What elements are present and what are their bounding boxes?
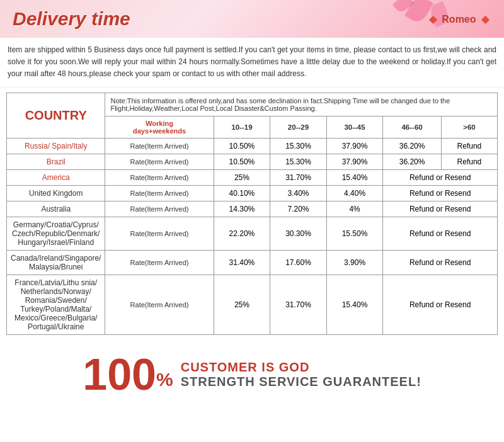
data-cell-10-19: 25% xyxy=(214,169,270,185)
data-cell-4: Refund xyxy=(441,138,497,154)
footer: 100% CUSTOMER IS GOD STRENGTH SERVICE GU… xyxy=(0,340,504,409)
data-cell-0: 10.50% xyxy=(214,138,270,154)
data-cell-refund: Refund or Resend xyxy=(383,169,498,185)
data-cell-10-19: 25% xyxy=(214,275,270,334)
brand-romeo: ◆ Romeo ◆ xyxy=(427,13,491,25)
country-cell: Brazil xyxy=(7,154,105,169)
footer-line2: STRENGTH SERVICE GUARANTEEL! xyxy=(181,375,421,389)
col-header-46-60: 46--60 xyxy=(383,116,442,138)
col-header-working-days: Workingdays+weekends xyxy=(105,116,214,138)
data-cell-20-29: 17.60% xyxy=(270,250,327,275)
country-header: COUNTRY xyxy=(7,93,105,138)
data-cell-30-45: 3.90% xyxy=(326,250,383,275)
table-row: AustraliaRate(Iterm Arrived)14.30%7.20%4… xyxy=(7,201,498,217)
data-cell-20-29: 3.40% xyxy=(270,185,327,201)
country-cell: United Kingdom xyxy=(7,185,105,201)
note-cell: Note:This information is offered only,an… xyxy=(105,93,498,116)
data-cell-20-29: 31.70% xyxy=(270,275,327,334)
description-text: Item are shipped within 5 Business days … xyxy=(0,38,504,88)
data-cell-30-45: 15.40% xyxy=(326,275,383,334)
data-cell-2: 37.90% xyxy=(326,154,383,169)
footer-text-block: CUSTOMER IS GOD STRENGTH SERVICE GUARANT… xyxy=(181,360,421,389)
data-cell-30-45: 4% xyxy=(326,201,383,217)
table-row: Russia/ Spain/ItalyRate(Iterm Arrived)10… xyxy=(7,138,498,154)
footer-content: 100% CUSTOMER IS GOD STRENGTH SERVICE GU… xyxy=(6,353,498,397)
table-row: United KingdomRate(Iterm Arrived)40.10%3… xyxy=(7,185,498,201)
col-header-10-19: 10--19 xyxy=(214,116,270,138)
rate-cell: Rate(Iterm Arrived) xyxy=(105,154,214,169)
diamond-icon-left: ◆ xyxy=(429,14,437,25)
data-cell-10-19: 14.30% xyxy=(214,201,270,217)
data-cell-30-45: 4.40% xyxy=(326,185,383,201)
country-cell: France/Latvia/Lithu snia/Netherlands/Nor… xyxy=(7,275,105,334)
col-header-60plus: >60 xyxy=(441,116,497,138)
data-cell-refund: Refund or Resend xyxy=(383,185,498,201)
data-cell-1: 15.30% xyxy=(270,138,327,154)
data-cell-1: 15.30% xyxy=(270,154,327,169)
diamond-icon-right: ◆ xyxy=(481,14,489,25)
footer-100-text: 100 xyxy=(83,350,156,399)
data-cell-4: Refund xyxy=(441,154,497,169)
country-cell: America xyxy=(7,169,105,185)
data-cell-3: 36.20% xyxy=(383,138,442,154)
country-cell: Australia xyxy=(7,201,105,217)
table-row: AmericaRate(Iterm Arrived)25%31.70%15.40… xyxy=(7,169,498,185)
data-cell-30-45: 15.40% xyxy=(326,169,383,185)
rate-cell: Rate(Iterm Arrived) xyxy=(105,138,214,154)
table-row: Germany/Croatia/Cyprus/Czech/Republic/De… xyxy=(7,217,498,250)
table-row: France/Latvia/Lithu snia/Netherlands/Nor… xyxy=(7,275,498,334)
footer-line1: CUSTOMER IS GOD xyxy=(181,360,421,375)
data-cell-10-19: 22.20% xyxy=(214,217,270,250)
rate-cell: Rate(Iterm Arrived) xyxy=(105,185,214,201)
data-cell-20-29: 31.70% xyxy=(270,169,327,185)
data-cell-20-29: 7.20% xyxy=(270,201,327,217)
page-title: Delivery time xyxy=(13,8,130,30)
rate-cell: Rate(Iterm Arrived) xyxy=(105,169,214,185)
table-header-row-1: COUNTRY Note:This information is offered… xyxy=(7,93,498,116)
country-cell: Germany/Croatia/Cyprus/Czech/Republic/De… xyxy=(7,217,105,250)
data-cell-2: 37.90% xyxy=(326,138,383,154)
footer-number: 100% xyxy=(83,353,173,397)
data-cell-refund: Refund or Resend xyxy=(383,217,498,250)
delivery-table: COUNTRY Note:This information is offered… xyxy=(6,93,498,335)
data-cell-10-19: 31.40% xyxy=(214,250,270,275)
data-cell-3: 36.20% xyxy=(383,154,442,169)
table-row: BrazilRate(Iterm Arrived)10.50%15.30%37.… xyxy=(7,154,498,169)
rate-cell: Rate(Iterm Arrived) xyxy=(105,201,214,217)
col-header-30-45: 30--45 xyxy=(326,116,383,138)
table-row: Canada/Ireland/Singapore/Malaysia/Brunei… xyxy=(7,250,498,275)
col-header-20-29: 20--29 xyxy=(270,116,327,138)
data-cell-20-29: 30.30% xyxy=(270,217,327,250)
rate-cell: Rate(Iterm Arrived) xyxy=(105,275,214,334)
rate-cell: Rate(Iterm Arrived) xyxy=(105,250,214,275)
data-cell-refund: Refund or Resend xyxy=(383,201,498,217)
data-cell-refund: Refund or Resend xyxy=(383,250,498,275)
rate-cell: Rate(Iterm Arrived) xyxy=(105,217,214,250)
data-cell-0: 10.50% xyxy=(214,154,270,169)
data-cell-10-19: 40.10% xyxy=(214,185,270,201)
header: Delivery time ◆ Romeo ◆ xyxy=(0,0,504,38)
data-cell-30-45: 15.50% xyxy=(326,217,383,250)
data-cell-refund: Refund or Resend xyxy=(383,275,498,334)
country-cell: Russia/ Spain/Italy xyxy=(7,138,105,154)
table-wrapper: COUNTRY Note:This information is offered… xyxy=(0,88,504,340)
footer-percent-text: % xyxy=(156,368,173,389)
country-cell: Canada/Ireland/Singapore/Malaysia/Brunei xyxy=(7,250,105,275)
